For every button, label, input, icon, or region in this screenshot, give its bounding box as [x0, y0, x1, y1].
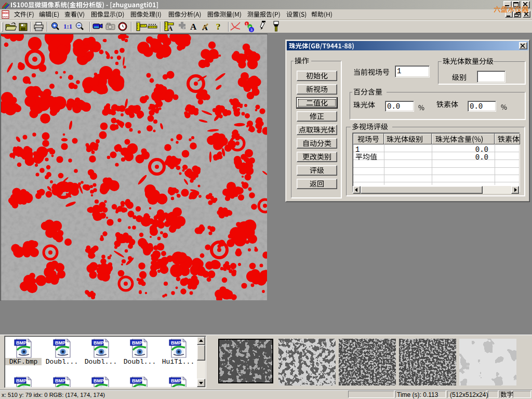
svg-text:A: A [190, 22, 197, 32]
svg-text:?: ? [216, 22, 221, 32]
svg-text:A: A [168, 24, 173, 32]
svg-text:DOC: DOC [3, 11, 9, 15]
svg-text:3: 3 [250, 28, 253, 32]
svg-text:1:1: 1:1 [63, 22, 72, 30]
